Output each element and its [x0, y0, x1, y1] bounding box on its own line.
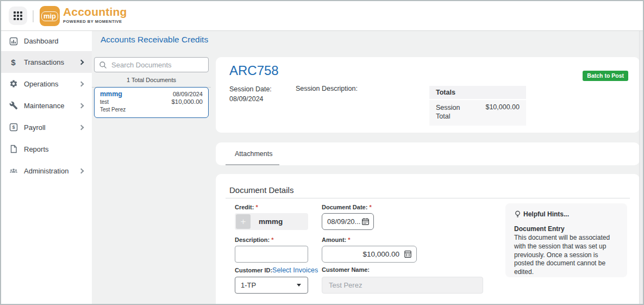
- sidebar-item-label: Transactions: [24, 58, 64, 66]
- amount-input[interactable]: [328, 250, 399, 258]
- documents-total-label: 1 Total Documents: [92, 77, 211, 88]
- sidebar-item-operations[interactable]: Operations: [1, 73, 92, 95]
- document-date-value: 08/09/20...: [327, 217, 361, 226]
- dashboard-chart-icon: [9, 36, 18, 46]
- customer-id-label: Customer ID:Select Invoices: [235, 266, 318, 274]
- mip-logo-text: mip: [41, 11, 58, 21]
- gear-icon: [9, 79, 18, 89]
- grid-icon: [14, 11, 22, 20]
- totals-table: Totals Session Total $10,000.00: [429, 86, 526, 126]
- credit-value: mmmg: [259, 217, 283, 226]
- sidebar-item-reports[interactable]: Reports: [1, 138, 92, 160]
- page-title: Accounts Receivable Credits: [101, 35, 208, 45]
- people-icon: [9, 166, 18, 176]
- credit-field: + mmmg: [235, 213, 308, 230]
- header-divider: [33, 10, 34, 22]
- customer-id-value: 1-TP: [241, 281, 297, 289]
- sidebar-item-administration[interactable]: Administration: [1, 160, 92, 182]
- app-launcher-button[interactable]: [9, 7, 27, 25]
- customer-name-label: Customer Name:: [322, 266, 370, 273]
- wrench-icon: [9, 101, 18, 110]
- sidebar-item-dashboard[interactable]: Dashboard: [1, 31, 92, 51]
- document-list-item[interactable]: mmmg 08/09/2024 test $10,000.00 Test Per…: [94, 87, 209, 118]
- document-search-box[interactable]: [94, 57, 209, 72]
- helpful-hints-body: This document will be associated with th…: [514, 234, 618, 277]
- select-invoices-link[interactable]: Select Invoices: [272, 266, 318, 274]
- session-header-card: ARC758 Session Date: 08/09/2024 Session …: [216, 57, 640, 133]
- description-input[interactable]: [235, 246, 308, 263]
- sidebar-item-label: Dashboard: [24, 37, 59, 45]
- sidebar-nav: Dashboard $ Transactions Operations Main…: [1, 31, 92, 304]
- svg-text:$: $: [12, 125, 15, 130]
- document-name[interactable]: mmmg: [100, 90, 122, 98]
- totals-row-label: Session Total: [436, 103, 470, 121]
- session-description-label: Session Description:: [296, 85, 358, 92]
- amount-field[interactable]: [322, 246, 417, 263]
- helpful-hints-title: Helpful Hints...: [523, 210, 569, 218]
- helpful-hints-box: Helpful Hints... Document Entry This doc…: [505, 203, 627, 277]
- amount-label: Amount: *: [322, 236, 351, 243]
- tab-underline: [226, 164, 279, 165]
- tab-attachments[interactable]: Attachments: [235, 142, 272, 165]
- mip-logo: mip: [40, 6, 60, 26]
- totals-row-value: $10,000.00: [485, 103, 520, 121]
- document-description: test: [100, 99, 109, 105]
- sidebar-item-transactions[interactable]: $ Transactions: [1, 51, 92, 73]
- document-details-title: Document Details: [229, 185, 293, 195]
- main-content: ARC758 Session Date: 08/09/2024 Session …: [216, 31, 643, 304]
- vertical-scrollbar[interactable]: [639, 31, 643, 304]
- sidebar-item-payroll[interactable]: $ Payroll: [1, 116, 92, 138]
- credit-label: Credit: *: [235, 204, 258, 210]
- chevron-right-icon: [79, 81, 84, 86]
- helpful-hints-heading: Document Entry: [514, 225, 618, 233]
- session-date-label: Session Date:: [229, 85, 272, 95]
- sidebar-item-label: Operations: [24, 80, 59, 88]
- totals-title: Totals: [429, 86, 526, 99]
- document-date-field[interactable]: 08/09/20...: [322, 213, 374, 230]
- sidebar-item-label: Maintenance: [24, 102, 64, 110]
- customer-id-select[interactable]: 1-TP: [235, 277, 308, 294]
- dollar-icon: $: [9, 58, 18, 67]
- document-icon: [9, 145, 18, 154]
- search-icon: [99, 61, 107, 69]
- calculator-icon[interactable]: [404, 250, 412, 258]
- chevron-right-icon: [79, 103, 84, 108]
- lightbulb-icon: [514, 210, 521, 218]
- attachments-card: Attachments: [216, 142, 640, 165]
- document-date-label: Document Date: *: [322, 204, 372, 210]
- app-window: mip Accounting POWERED BY MOMENTIVE Dash…: [0, 0, 644, 305]
- brand-block: Accounting POWERED BY MOMENTIVE: [63, 5, 127, 24]
- search-input[interactable]: [111, 61, 204, 69]
- totals-row: Session Total $10,000.00: [429, 100, 526, 126]
- calendar-icon[interactable]: [361, 217, 370, 226]
- sidebar-item-label: Administration: [24, 167, 68, 175]
- session-date-value: 08/09/2024: [229, 95, 272, 104]
- app-title: Accounting: [63, 5, 127, 18]
- description-label: Description: *: [235, 236, 274, 243]
- status-badge[interactable]: Batch to Post: [583, 71, 628, 81]
- session-id: ARC758: [229, 63, 279, 78]
- chevron-right-icon: [79, 168, 84, 173]
- top-header-bar: mip Accounting POWERED BY MOMENTIVE: [1, 1, 643, 31]
- sidebar-item-label: Payroll: [24, 123, 46, 132]
- chevron-right-icon: [79, 59, 84, 65]
- document-details-card: Document Details Credit: * Document Date…: [216, 174, 640, 305]
- documents-panel: 1 Total Documents mmmg 08/09/2024 test $…: [92, 31, 216, 304]
- sidebar-item-label: Reports: [24, 145, 49, 153]
- payroll-icon: $: [9, 123, 18, 132]
- document-amount: $10,000.00: [171, 98, 203, 105]
- sidebar-item-maintenance[interactable]: Maintenance: [1, 95, 92, 116]
- add-credit-button[interactable]: +: [236, 214, 251, 229]
- dropdown-caret-icon: [297, 284, 301, 287]
- chevron-right-icon: [79, 125, 84, 130]
- customer-name-input: [322, 277, 483, 294]
- document-date: 08/09/2024: [173, 91, 203, 97]
- app-subtitle: POWERED BY MOMENTIVE: [63, 19, 127, 24]
- document-customer: Test Perez: [100, 107, 203, 113]
- section-divider: [226, 198, 630, 198]
